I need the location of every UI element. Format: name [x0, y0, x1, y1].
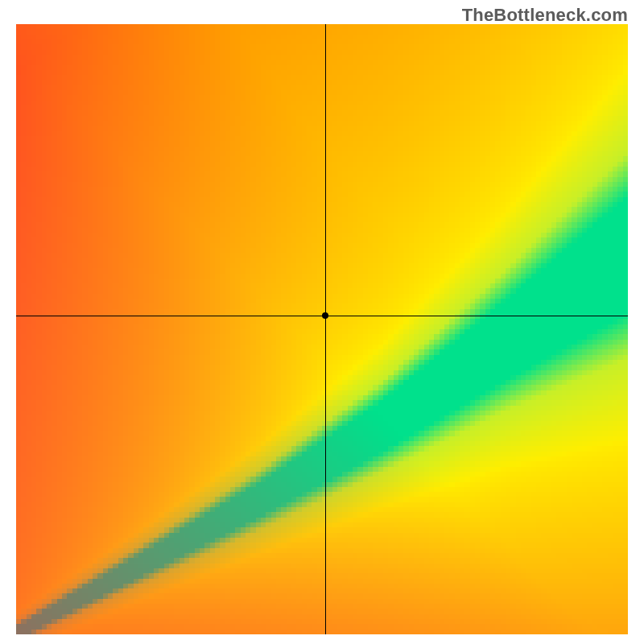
- chart-container: TheBottleneck.com: [0, 0, 644, 644]
- watermark-text: TheBottleneck.com: [462, 5, 628, 26]
- bottleneck-heatmap: [16, 24, 628, 634]
- crosshair-vertical: [325, 24, 326, 634]
